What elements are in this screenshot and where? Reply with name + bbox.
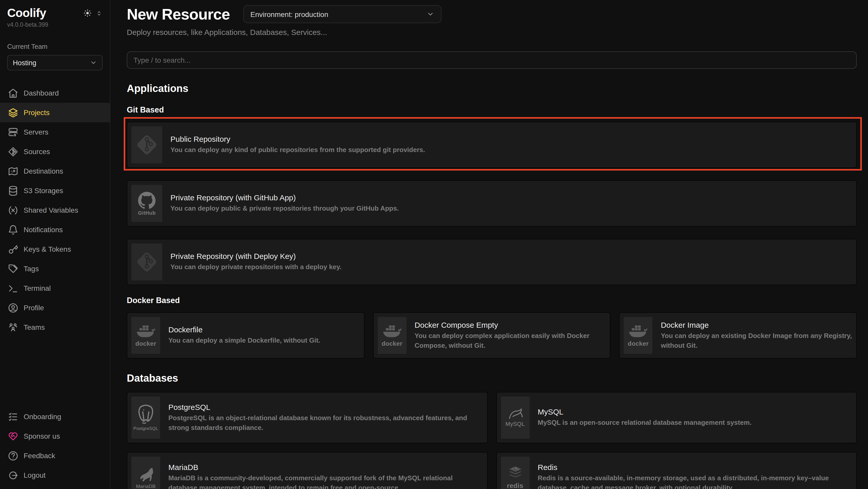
card-title: Docker Compose Empty	[414, 320, 606, 329]
docker-wordmark: docker	[628, 340, 649, 347]
docker-logo: docker	[377, 317, 406, 354]
card-description: You can deploy public & private reposito…	[170, 204, 399, 214]
card-description: PostgreSQL is an object-relational datab…	[168, 413, 483, 432]
card-dockerfile[interactable]: docker Dockerfile You can deploy a simpl…	[127, 312, 364, 358]
checklist-icon	[7, 411, 19, 422]
card-docker-image[interactable]: docker Docker Image You can deploy an ex…	[619, 312, 857, 358]
sidebar-item-s3-storages[interactable]: S3 Storages	[0, 181, 110, 200]
sidebar-item-notifications[interactable]: Notifications	[0, 220, 110, 239]
main-content: New Resource Environment: production Dep…	[111, 0, 868, 489]
page-subtitle: Deploy resources, like Applications, Dat…	[127, 28, 857, 36]
sidebar-item-projects[interactable]: Projects	[0, 103, 110, 122]
card-description: MySQL is an open-source relational datab…	[538, 418, 751, 428]
github-logo: GitHub	[131, 185, 162, 222]
sidebar-item-tags[interactable]: Tags	[0, 259, 110, 279]
database-icon	[7, 185, 19, 196]
postgresql-logo: PostgreSQL	[131, 397, 160, 439]
app-version: v4.0.0-beta.399	[7, 22, 103, 28]
home-icon	[7, 87, 19, 98]
git-logo	[131, 243, 162, 281]
coolify-app: Coolify v4.0.0-beta.399 Current Team Hos…	[0, 0, 868, 489]
card-redis[interactable]: redis Redis Redis is a source-available,…	[496, 452, 857, 489]
sidebar-nav: Dashboard Projects Servers Sources Desti…	[0, 83, 110, 337]
sidebar-item-terminal[interactable]: Terminal	[0, 279, 110, 298]
mysql-logo: MySQL	[501, 397, 529, 439]
environment-select[interactable]: Environment: production	[243, 5, 441, 23]
server-icon	[7, 126, 19, 138]
docker-wordmark: docker	[382, 340, 402, 347]
card-private-repository-deploy-key[interactable]: Private Repository (with Deploy Key) You…	[127, 239, 857, 285]
card-description: You can deploy any kind of public reposi…	[170, 145, 425, 155]
docker-logo: docker	[131, 317, 160, 354]
tags-icon	[7, 263, 19, 274]
sidebar-item-dashboard[interactable]: Dashboard	[0, 83, 110, 103]
theme-toggle-sun-icon[interactable]	[83, 9, 92, 18]
mysql-wordmark: MySQL	[505, 421, 525, 427]
section-applications-heading: Applications	[127, 83, 857, 94]
section-databases-heading: Databases	[127, 372, 857, 384]
sidebar-item-logout[interactable]: Logout	[0, 465, 110, 485]
card-title: Redis	[538, 463, 852, 471]
card-description: Redis is a source-available, in-memory s…	[538, 473, 852, 489]
layers-icon	[7, 107, 19, 118]
card-description: You can deploy a simple Dockerfile, with…	[168, 336, 320, 346]
current-team-label: Current Team	[7, 42, 103, 50]
postgresql-wordmark: PostgreSQL	[133, 426, 158, 431]
sidebar-item-servers[interactable]: Servers	[0, 122, 110, 142]
users-icon	[7, 321, 19, 333]
docker-logo: docker	[624, 317, 653, 354]
card-description: You can deploy private repositories with…	[170, 262, 342, 272]
heart-handshake-icon	[7, 430, 19, 442]
team-select[interactable]: Hosting	[7, 55, 103, 70]
card-mysql[interactable]: MySQL MySQL MySQL is an open-source rela…	[496, 392, 857, 443]
card-title: Dockerfile	[168, 325, 320, 334]
variable-icon	[7, 204, 19, 216]
redis-logo: redis	[501, 457, 529, 489]
sidebar-item-feedback[interactable]: Feedback	[0, 446, 110, 465]
page-title: New Resource	[127, 5, 230, 23]
key-icon	[7, 243, 19, 255]
sidebar-item-keys-tokens[interactable]: Keys & Tokens	[0, 239, 110, 259]
sidebar-item-onboarding[interactable]: Onboarding	[0, 407, 110, 426]
docker-wordmark: docker	[135, 340, 156, 347]
chevrons-up-down-icon[interactable]	[95, 9, 103, 17]
map-icon	[7, 165, 19, 177]
card-title: Public Repository	[170, 135, 425, 143]
sidebar: Coolify v4.0.0-beta.399 Current Team Hos…	[0, 0, 111, 489]
git-logo	[131, 126, 162, 163]
git-icon	[7, 146, 19, 157]
logout-icon	[7, 469, 19, 481]
card-title: Private Repository (with Deploy Key)	[170, 252, 342, 260]
subsection-docker-based-heading: Docker Based	[127, 296, 857, 305]
environment-select-value: Environment: production	[250, 10, 329, 18]
card-title: Private Repository (with GitHub App)	[170, 193, 399, 202]
github-wordmark: GitHub	[138, 210, 156, 215]
card-description: You can deploy an existing Docker Image …	[661, 331, 852, 350]
card-description: You can deploy complex application easil…	[414, 331, 606, 350]
card-title: Docker Image	[661, 320, 852, 329]
sidebar-item-shared-variables[interactable]: Shared Variables	[0, 200, 110, 220]
user-circle-icon	[7, 302, 19, 313]
card-public-repository[interactable]: Public Repository You can deploy any kin…	[127, 122, 857, 168]
sidebar-item-sources[interactable]: Sources	[0, 142, 110, 161]
sidebar-item-destinations[interactable]: Destinations	[0, 161, 110, 181]
bell-icon	[7, 224, 19, 235]
sidebar-item-teams[interactable]: Teams	[0, 317, 110, 337]
sidebar-footer-nav: Onboarding Sponsor us Feedback Logout	[0, 407, 110, 485]
mariadb-logo: MariaDB	[131, 457, 160, 489]
card-postgresql[interactable]: PostgreSQL PostgreSQL PostgreSQL is an o…	[127, 392, 487, 443]
card-private-repository-github-app[interactable]: GitHub Private Repository (with GitHub A…	[127, 180, 857, 227]
chevron-down-icon	[90, 59, 97, 66]
subsection-git-based-heading: Git Based	[127, 105, 857, 115]
card-title: MariaDB	[168, 463, 483, 471]
app-logo: Coolify	[7, 6, 46, 20]
sidebar-item-profile[interactable]: Profile	[0, 298, 110, 317]
sidebar-item-sponsor-us[interactable]: Sponsor us	[0, 426, 110, 446]
card-description: MariaDB is a community-developed, commer…	[168, 473, 483, 489]
redis-wordmark: redis	[507, 482, 523, 489]
card-title: MySQL	[538, 407, 751, 416]
search-input[interactable]	[127, 51, 857, 69]
card-mariadb[interactable]: MariaDB MariaDB MariaDB is a community-d…	[127, 452, 487, 489]
help-circle-icon	[7, 450, 19, 461]
card-docker-compose-empty[interactable]: docker Docker Compose Empty You can depl…	[373, 312, 610, 358]
